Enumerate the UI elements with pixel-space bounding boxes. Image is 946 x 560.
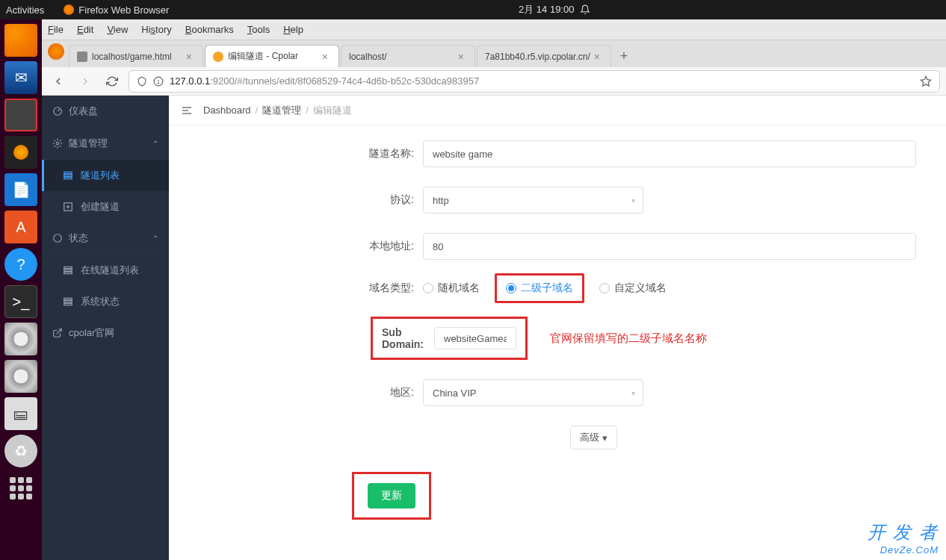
chevron-up-icon: ⌃ — [152, 234, 158, 243]
svg-rect-16 — [64, 298, 72, 299]
new-tab-button[interactable]: + — [613, 49, 635, 67]
breadcrumb: Dashboard / 隧道管理 / 编辑隧道 — [169, 96, 946, 125]
dock-terminal-icon[interactable]: >_ — [4, 285, 37, 318]
forward-button[interactable] — [75, 71, 96, 92]
svg-rect-15 — [64, 272, 72, 273]
bell-icon[interactable] — [580, 4, 590, 15]
sidebar-online-list[interactable]: 在线隧道列表 — [42, 255, 169, 286]
tab-3[interactable]: 7a81bb40.r5.vip.cpolar.cn/ × — [477, 45, 611, 67]
menu-tools[interactable]: Tools — [247, 24, 270, 35]
shield-icon[interactable] — [137, 76, 147, 87]
url-host: 127.0.0.1 — [170, 75, 210, 87]
protocol-label: 协议: — [169, 193, 423, 207]
tab-0[interactable]: localhost/game.html × — [69, 45, 203, 67]
svg-line-19 — [57, 329, 61, 334]
region-select[interactable]: China VIP ▾ — [423, 379, 643, 406]
sidebar-item-label: 在线隧道列表 — [81, 264, 139, 277]
lock-icon[interactable] — [153, 76, 164, 87]
list-icon — [63, 170, 73, 181]
menu-view[interactable]: View — [107, 24, 128, 35]
advanced-toggle-button[interactable]: 高级 ▾ — [570, 426, 617, 449]
region-label: 地区: — [169, 386, 423, 399]
radio-random-domain[interactable]: 随机域名 — [423, 281, 480, 295]
dock-firefox-icon[interactable] — [4, 24, 37, 57]
dock-usb-icon[interactable]: 🖴 — [4, 397, 37, 430]
local-addr-input[interactable] — [423, 233, 916, 260]
sidebar-official[interactable]: cpolar官网 — [42, 317, 169, 349]
crumb-dashboard[interactable]: Dashboard — [203, 105, 251, 116]
bookmark-star-icon[interactable] — [920, 75, 932, 87]
svg-rect-17 — [64, 301, 72, 302]
sidebar-tunnels-group[interactable]: 隧道管理 ⌃ — [42, 128, 169, 160]
crumb-tunnels[interactable]: 隧道管理 — [262, 104, 301, 117]
close-icon[interactable]: × — [591, 51, 603, 63]
chevron-down-icon: ▾ — [602, 432, 608, 444]
svg-rect-18 — [64, 303, 72, 305]
status-icon — [52, 233, 63, 243]
dock-files-icon[interactable] — [4, 99, 37, 131]
ubuntu-dock: ✉ 📄 A ? >_ 🖴 ♻ — [0, 19, 42, 560]
dashboard-icon — [52, 106, 63, 116]
firefox-window: File Edit View History Bookmarks Tools H… — [42, 19, 946, 560]
svg-point-5 — [56, 142, 59, 145]
svg-rect-7 — [64, 175, 72, 176]
close-icon[interactable]: × — [183, 51, 195, 63]
dock-disc1-icon[interactable] — [4, 323, 37, 355]
sidebar-item-label: 隧道管理 — [69, 137, 108, 150]
sidebar-status-group[interactable]: 状态 ⌃ — [42, 223, 169, 255]
sidebar-system-status[interactable]: 系统状态 — [42, 286, 169, 317]
dock-show-apps-icon[interactable] — [4, 472, 37, 505]
domain-type-label: 域名类型: — [169, 281, 423, 295]
menu-bookmarks[interactable]: Bookmarks — [185, 24, 234, 35]
close-icon[interactable]: × — [455, 51, 467, 63]
dock-thunderbird-icon[interactable]: ✉ — [4, 61, 37, 94]
tab-2[interactable]: localhost/ × — [341, 45, 475, 67]
menu-help[interactable]: Help — [283, 24, 303, 35]
svg-rect-6 — [64, 172, 72, 173]
activities-button[interactable]: Activities — [6, 4, 44, 16]
clock[interactable]: 2月 14 19:00 — [519, 3, 574, 16]
dock-software-icon[interactable]: A — [4, 211, 37, 243]
svg-rect-13 — [64, 267, 72, 268]
subdomain-input[interactable] — [434, 327, 516, 349]
firefox-menubar: File Edit View History Bookmarks Tools H… — [42, 19, 946, 40]
create-icon — [63, 202, 73, 212]
sidebar-toggle-icon[interactable] — [181, 105, 193, 116]
menu-file[interactable]: File — [48, 24, 64, 35]
tab-1[interactable]: 编辑隧道 - Cpolar × — [205, 45, 339, 67]
url-bar[interactable]: 127.0.0.1:9200/#/tunnels/edit/8f068529-7… — [129, 70, 940, 93]
menu-history[interactable]: History — [141, 24, 171, 35]
dock-music-icon[interactable] — [4, 136, 37, 169]
radio-icon — [423, 283, 433, 293]
gear-icon — [52, 138, 63, 149]
dock-trash-icon[interactable]: ♻ — [4, 435, 37, 467]
main-content: Dashboard / 隧道管理 / 编辑隧道 隧道名称: 协议: http — [169, 96, 946, 560]
menu-edit[interactable]: Edit — [77, 24, 93, 35]
radio-custom-domain[interactable]: 自定义域名 — [599, 281, 667, 295]
sidebar-tunnel-list[interactable]: 隧道列表 — [42, 160, 169, 191]
active-app-label[interactable]: Firefox Web Browser — [64, 4, 169, 16]
protocol-select[interactable]: http ▾ — [423, 187, 643, 214]
back-button[interactable] — [48, 71, 69, 92]
reload-button[interactable] — [102, 71, 123, 92]
svg-rect-8 — [64, 177, 72, 178]
svg-point-2 — [158, 82, 158, 83]
list-icon — [63, 296, 73, 307]
radio-subdomain[interactable]: 二级子域名 — [506, 281, 573, 295]
firefox-icon — [64, 4, 74, 15]
dock-disc2-icon[interactable] — [4, 360, 37, 393]
tab-title: 7a81bb40.r5.vip.cpolar.cn/ — [485, 52, 590, 62]
annotation-text: 官网保留填写的二级子域名名称 — [550, 332, 707, 346]
dock-help-icon[interactable]: ? — [4, 248, 37, 281]
update-button[interactable]: 更新 — [368, 483, 415, 508]
sidebar-item-label: 系统状态 — [81, 295, 120, 308]
dock-writer-icon[interactable]: 📄 — [4, 173, 37, 206]
tunnel-name-input[interactable] — [423, 140, 916, 167]
firefox-home-icon[interactable] — [48, 43, 64, 60]
sidebar-tunnel-create[interactable]: 创建隧道 — [42, 191, 169, 223]
tab-title: localhost/ — [349, 52, 387, 62]
close-icon[interactable]: × — [319, 51, 331, 63]
svg-marker-3 — [921, 76, 930, 86]
sidebar-dashboard[interactable]: 仪表盘 — [42, 96, 169, 128]
sidebar-item-label: 创建隧道 — [81, 200, 120, 214]
